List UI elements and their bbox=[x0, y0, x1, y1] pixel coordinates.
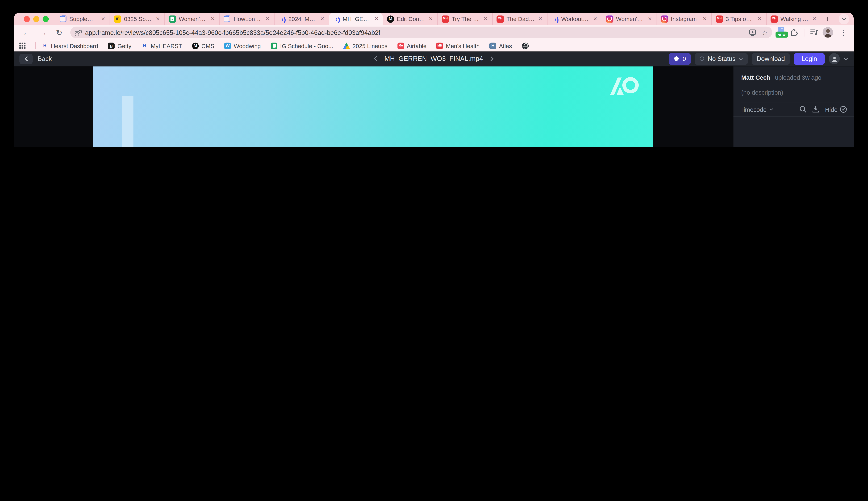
tab-close-icon[interactable]: ✕ bbox=[374, 15, 379, 22]
toolbar-divider bbox=[804, 29, 804, 36]
tab-close-icon[interactable]: ✕ bbox=[702, 15, 707, 22]
search-comments-icon[interactable] bbox=[800, 106, 807, 113]
tab-label: Try The Ultimate bbox=[452, 15, 480, 22]
url-text[interactable]: app.frame.io/reviews/c805c655-105c-44a3-… bbox=[85, 29, 743, 35]
apps-grid-icon[interactable] bbox=[20, 43, 25, 49]
tab-close-icon[interactable]: ✕ bbox=[592, 15, 598, 22]
bookmark-item[interactable]: M CMS bbox=[192, 42, 214, 49]
tab-close-icon[interactable]: ✕ bbox=[320, 15, 325, 22]
bookmark-item[interactable]: IG Schedule - Goo... bbox=[271, 42, 333, 49]
bookmark-item[interactable]: W Woodwing bbox=[224, 42, 261, 49]
bookmark-item[interactable]: H Hearst Dashboard bbox=[42, 42, 98, 49]
address-bar[interactable]: app.frame.io/reviews/c805c655-105c-44a3-… bbox=[70, 26, 772, 38]
bookmark-favicon: Me bbox=[397, 42, 404, 49]
prev-file-icon[interactable] bbox=[374, 56, 378, 62]
tab-label: Edit Content | b0 bbox=[397, 15, 425, 22]
tab-close-icon[interactable]: ✕ bbox=[210, 15, 215, 22]
tab-favicon bbox=[169, 15, 176, 22]
browser-tab[interactable]: MH Try The Ultimate ✕ bbox=[437, 13, 492, 25]
bookmark-item[interactable]: H MyHEARST bbox=[141, 42, 182, 49]
extensions-puzzle-icon[interactable] bbox=[790, 28, 798, 36]
comment-count-button[interactable]: 0 bbox=[669, 53, 691, 65]
new-tab-button[interactable]: + bbox=[821, 14, 834, 23]
profile-avatar[interactable] bbox=[823, 27, 833, 38]
browser-tab[interactable]: Instagram ✕ bbox=[656, 13, 711, 25]
zoom-window-button[interactable] bbox=[43, 16, 49, 22]
browser-tab[interactable]: Workouts - Fram ✕ bbox=[547, 13, 602, 25]
browser-tab[interactable]: 2024_MHxWH_A ✕ bbox=[274, 13, 329, 25]
forward-nav-icon[interactable]: → bbox=[35, 28, 52, 37]
player-column: 30 IRON GRIP 39 1x bbox=[14, 66, 733, 147]
tab-close-icon[interactable]: ✕ bbox=[483, 15, 488, 22]
account-chevron-icon[interactable] bbox=[844, 57, 848, 60]
bookmark-item[interactable]: H Atlas bbox=[490, 42, 512, 49]
site-settings-icon[interactable] bbox=[75, 30, 81, 35]
browser-tab[interactable]: Supplement_Gre ✕ bbox=[55, 13, 109, 25]
tab-label: Walking and Wei bbox=[781, 15, 809, 22]
file-description: (no description) bbox=[741, 89, 846, 96]
bookmark-label: Atlas bbox=[499, 42, 512, 49]
browser-tab[interactable]: Women's Health ✕ bbox=[602, 13, 656, 25]
tab-favicon bbox=[278, 15, 286, 22]
tab-favicon: MH bbox=[716, 15, 723, 22]
install-app-icon[interactable] bbox=[749, 29, 756, 35]
bookmark-label: 2025 Lineups bbox=[353, 42, 387, 49]
tab-search-button[interactable] bbox=[839, 13, 849, 24]
login-button[interactable]: Login bbox=[794, 53, 825, 65]
tab-close-icon[interactable]: ✕ bbox=[265, 15, 270, 22]
tab-favicon bbox=[59, 15, 66, 22]
bookmark-item[interactable] bbox=[522, 42, 531, 49]
bookmark-item[interactable]: g Getty bbox=[108, 42, 131, 49]
tab-favicon bbox=[224, 15, 231, 22]
tab-close-icon[interactable]: ✕ bbox=[538, 15, 543, 22]
close-window-button[interactable] bbox=[24, 16, 30, 22]
timecode-sort-dropdown[interactable]: Timecode bbox=[740, 106, 767, 113]
browser-window: Supplement_Gre ✕ m 0325 Spring 202 ✕ Wom… bbox=[14, 13, 854, 147]
chevron-down-icon bbox=[739, 57, 743, 60]
chrome-menu-icon[interactable]: ⋮ bbox=[838, 28, 849, 36]
comment-bubble-icon bbox=[674, 55, 680, 62]
browser-tab[interactable]: HowLongForWor ✕ bbox=[219, 13, 274, 25]
browser-tab[interactable]: MH_GERREN_WO ✕ bbox=[329, 13, 383, 25]
minimize-window-button[interactable] bbox=[33, 16, 39, 22]
tab-close-icon[interactable]: ✕ bbox=[155, 15, 160, 22]
bookmark-label: Hearst Dashboard bbox=[51, 42, 98, 49]
tab-label: The Dad Bod Sh bbox=[506, 15, 535, 22]
tab-close-icon[interactable]: ✕ bbox=[647, 15, 653, 22]
bookmark-star-icon[interactable]: ☆ bbox=[762, 29, 768, 36]
browser-tab[interactable]: Women's Health ✕ bbox=[164, 13, 219, 25]
sort-chevron-icon[interactable] bbox=[769, 108, 773, 111]
tab-close-icon[interactable]: ✕ bbox=[757, 15, 762, 22]
browser-tab[interactable]: MH 3 Tips on How to ✕ bbox=[711, 13, 766, 25]
back-button[interactable] bbox=[20, 53, 33, 64]
user-avatar[interactable] bbox=[829, 53, 840, 64]
tab-close-icon[interactable]: ✕ bbox=[428, 15, 433, 22]
extension-new-icon[interactable]: NEW bbox=[775, 27, 787, 38]
reload-icon[interactable]: ↻ bbox=[52, 28, 67, 37]
bookmark-item[interactable]: 2025 Lineups bbox=[343, 42, 387, 49]
tab-close-icon[interactable]: ✕ bbox=[100, 15, 106, 22]
browser-tab[interactable]: MH The Dad Bod Sh ✕ bbox=[492, 13, 547, 25]
browser-tab[interactable]: M Edit Content | b0 ✕ bbox=[383, 13, 437, 25]
browser-tab[interactable]: m 0325 Spring 202 ✕ bbox=[109, 13, 164, 25]
tab-favicon bbox=[333, 15, 340, 22]
bookmark-favicon bbox=[522, 42, 528, 49]
download-comments-icon[interactable] bbox=[812, 106, 819, 113]
hide-completed-toggle[interactable]: Hide bbox=[825, 106, 847, 113]
bookmark-item[interactable]: Me Airtable bbox=[397, 42, 427, 49]
header-actions: 0 No Status Download Login bbox=[669, 53, 848, 65]
back-nav-icon[interactable]: ← bbox=[18, 28, 35, 37]
tab-close-icon[interactable]: ✕ bbox=[812, 15, 817, 22]
bookmark-item[interactable]: MH Men's Health bbox=[437, 42, 480, 49]
media-controls-icon[interactable] bbox=[810, 29, 818, 36]
video-player[interactable]: 30 IRON GRIP 39 bbox=[93, 66, 653, 147]
next-file-icon[interactable] bbox=[490, 56, 494, 62]
tab-label: 2024_MHxWH_A bbox=[288, 15, 317, 22]
browser-tab[interactable]: MH Walking and Wei ✕ bbox=[766, 13, 821, 25]
tab-label: 3 Tips on How to bbox=[726, 15, 754, 22]
back-label[interactable]: Back bbox=[37, 55, 52, 62]
new-badge: NEW bbox=[775, 32, 787, 38]
bookmark-label: CMS bbox=[201, 42, 214, 49]
status-dropdown[interactable]: No Status bbox=[695, 53, 748, 65]
download-button[interactable]: Download bbox=[751, 53, 790, 65]
